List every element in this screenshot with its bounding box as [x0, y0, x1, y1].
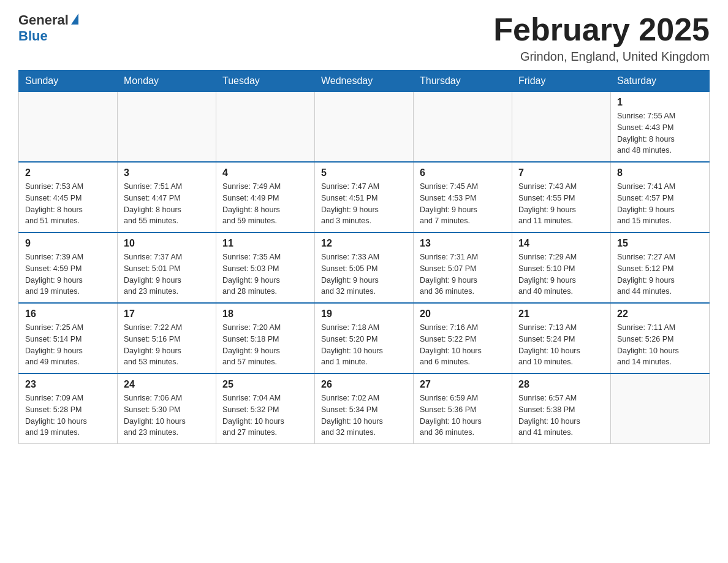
day-info: Sunrise: 7:11 AM Sunset: 5:26 PM Dayligh…	[617, 322, 703, 368]
day-number: 7	[518, 167, 604, 178]
logo-general-text: General	[18, 12, 69, 28]
calendar-week-row: 9Sunrise: 7:39 AM Sunset: 4:59 PM Daylig…	[19, 232, 710, 303]
table-row: 23Sunrise: 7:09 AM Sunset: 5:28 PM Dayli…	[19, 373, 118, 444]
table-row: 6Sunrise: 7:45 AM Sunset: 4:53 PM Daylig…	[414, 162, 512, 232]
calendar-table: Sunday Monday Tuesday Wednesday Thursday…	[18, 70, 710, 444]
header-monday: Monday	[118, 71, 216, 92]
table-row	[315, 92, 414, 163]
day-info: Sunrise: 7:18 AM Sunset: 5:20 PM Dayligh…	[321, 322, 407, 368]
day-info: Sunrise: 7:53 AM Sunset: 4:45 PM Dayligh…	[25, 181, 111, 227]
table-row: 9Sunrise: 7:39 AM Sunset: 4:59 PM Daylig…	[19, 232, 118, 303]
day-number: 11	[222, 238, 308, 249]
header-sunday: Sunday	[19, 71, 118, 92]
table-row: 24Sunrise: 7:06 AM Sunset: 5:30 PM Dayli…	[118, 373, 216, 444]
table-row: 13Sunrise: 7:31 AM Sunset: 5:07 PM Dayli…	[414, 232, 512, 303]
day-info: Sunrise: 7:47 AM Sunset: 4:51 PM Dayligh…	[321, 181, 407, 227]
table-row	[611, 373, 710, 444]
day-number: 19	[321, 308, 407, 320]
day-info: Sunrise: 7:55 AM Sunset: 4:43 PM Dayligh…	[617, 110, 703, 156]
table-row: 1Sunrise: 7:55 AM Sunset: 4:43 PM Daylig…	[611, 92, 710, 163]
location: Grindon, England, United Kingdom	[493, 50, 710, 64]
calendar-week-row: 23Sunrise: 7:09 AM Sunset: 5:28 PM Dayli…	[19, 373, 710, 444]
table-row: 28Sunrise: 6:57 AM Sunset: 5:38 PM Dayli…	[512, 373, 611, 444]
day-info: Sunrise: 7:35 AM Sunset: 5:03 PM Dayligh…	[222, 251, 308, 297]
table-row	[118, 92, 216, 163]
calendar-week-row: 2Sunrise: 7:53 AM Sunset: 4:45 PM Daylig…	[19, 162, 710, 232]
title-block: February 2025 Grindon, England, United K…	[493, 12, 710, 64]
day-number: 5	[321, 167, 407, 178]
day-info: Sunrise: 7:13 AM Sunset: 5:24 PM Dayligh…	[518, 322, 604, 368]
day-info: Sunrise: 7:02 AM Sunset: 5:34 PM Dayligh…	[321, 393, 407, 439]
day-info: Sunrise: 7:09 AM Sunset: 5:28 PM Dayligh…	[25, 393, 111, 439]
day-info: Sunrise: 7:45 AM Sunset: 4:53 PM Dayligh…	[420, 181, 506, 227]
table-row: 26Sunrise: 7:02 AM Sunset: 5:34 PM Dayli…	[315, 373, 414, 444]
day-number: 4	[222, 167, 308, 178]
day-info: Sunrise: 7:04 AM Sunset: 5:32 PM Dayligh…	[222, 393, 308, 439]
table-row: 16Sunrise: 7:25 AM Sunset: 5:14 PM Dayli…	[19, 303, 118, 373]
day-number: 22	[617, 308, 703, 320]
day-info: Sunrise: 7:33 AM Sunset: 5:05 PM Dayligh…	[321, 251, 407, 297]
table-row: 15Sunrise: 7:27 AM Sunset: 5:12 PM Dayli…	[611, 232, 710, 303]
table-row: 22Sunrise: 7:11 AM Sunset: 5:26 PM Dayli…	[611, 303, 710, 373]
day-info: Sunrise: 7:51 AM Sunset: 4:47 PM Dayligh…	[124, 181, 210, 227]
day-number: 9	[25, 238, 111, 249]
day-number: 6	[420, 167, 506, 178]
day-number: 14	[518, 238, 604, 249]
day-number: 12	[321, 238, 407, 249]
day-info: Sunrise: 7:25 AM Sunset: 5:14 PM Dayligh…	[25, 322, 111, 368]
header-thursday: Thursday	[414, 71, 512, 92]
calendar-week-row: 1Sunrise: 7:55 AM Sunset: 4:43 PM Daylig…	[19, 92, 710, 163]
calendar-week-row: 16Sunrise: 7:25 AM Sunset: 5:14 PM Dayli…	[19, 303, 710, 373]
day-info: Sunrise: 7:29 AM Sunset: 5:10 PM Dayligh…	[518, 251, 604, 297]
day-number: 26	[321, 379, 407, 390]
header-tuesday: Tuesday	[216, 71, 315, 92]
day-number: 24	[124, 379, 210, 390]
table-row	[216, 92, 315, 163]
day-number: 15	[617, 238, 703, 249]
table-row: 20Sunrise: 7:16 AM Sunset: 5:22 PM Dayli…	[414, 303, 512, 373]
table-row: 17Sunrise: 7:22 AM Sunset: 5:16 PM Dayli…	[118, 303, 216, 373]
table-row: 25Sunrise: 7:04 AM Sunset: 5:32 PM Dayli…	[216, 373, 315, 444]
day-info: Sunrise: 7:39 AM Sunset: 4:59 PM Dayligh…	[25, 251, 111, 297]
day-info: Sunrise: 7:31 AM Sunset: 5:07 PM Dayligh…	[420, 251, 506, 297]
header-wednesday: Wednesday	[315, 71, 414, 92]
calendar-header-row: Sunday Monday Tuesday Wednesday Thursday…	[19, 71, 710, 92]
day-info: Sunrise: 7:27 AM Sunset: 5:12 PM Dayligh…	[617, 251, 703, 297]
table-row: 18Sunrise: 7:20 AM Sunset: 5:18 PM Dayli…	[216, 303, 315, 373]
day-number: 3	[124, 167, 210, 178]
table-row: 5Sunrise: 7:47 AM Sunset: 4:51 PM Daylig…	[315, 162, 414, 232]
page-header: General Blue February 2025 Grindon, Engl…	[18, 12, 710, 64]
day-number: 25	[222, 379, 308, 390]
table-row: 2Sunrise: 7:53 AM Sunset: 4:45 PM Daylig…	[19, 162, 118, 232]
day-number: 16	[25, 308, 111, 320]
table-row: 7Sunrise: 7:43 AM Sunset: 4:55 PM Daylig…	[512, 162, 611, 232]
table-row: 21Sunrise: 7:13 AM Sunset: 5:24 PM Dayli…	[512, 303, 611, 373]
day-number: 21	[518, 308, 604, 320]
day-info: Sunrise: 7:20 AM Sunset: 5:18 PM Dayligh…	[222, 322, 308, 368]
table-row	[19, 92, 118, 163]
header-friday: Friday	[512, 71, 611, 92]
day-info: Sunrise: 7:49 AM Sunset: 4:49 PM Dayligh…	[222, 181, 308, 227]
logo: General Blue	[18, 12, 78, 44]
day-info: Sunrise: 7:06 AM Sunset: 5:30 PM Dayligh…	[124, 393, 210, 439]
month-title: February 2025	[493, 12, 710, 47]
table-row: 10Sunrise: 7:37 AM Sunset: 5:01 PM Dayli…	[118, 232, 216, 303]
day-info: Sunrise: 7:43 AM Sunset: 4:55 PM Dayligh…	[518, 181, 604, 227]
table-row: 12Sunrise: 7:33 AM Sunset: 5:05 PM Dayli…	[315, 232, 414, 303]
day-info: Sunrise: 7:16 AM Sunset: 5:22 PM Dayligh…	[420, 322, 506, 368]
table-row: 4Sunrise: 7:49 AM Sunset: 4:49 PM Daylig…	[216, 162, 315, 232]
table-row	[512, 92, 611, 163]
day-number: 27	[420, 379, 506, 390]
day-number: 10	[124, 238, 210, 249]
day-number: 8	[617, 167, 703, 178]
day-number: 17	[124, 308, 210, 320]
day-number: 1	[617, 97, 703, 108]
day-info: Sunrise: 6:57 AM Sunset: 5:38 PM Dayligh…	[518, 393, 604, 439]
day-info: Sunrise: 6:59 AM Sunset: 5:36 PM Dayligh…	[420, 393, 506, 439]
day-number: 13	[420, 238, 506, 249]
day-number: 18	[222, 308, 308, 320]
table-row: 8Sunrise: 7:41 AM Sunset: 4:57 PM Daylig…	[611, 162, 710, 232]
table-row: 11Sunrise: 7:35 AM Sunset: 5:03 PM Dayli…	[216, 232, 315, 303]
table-row: 3Sunrise: 7:51 AM Sunset: 4:47 PM Daylig…	[118, 162, 216, 232]
table-row: 19Sunrise: 7:18 AM Sunset: 5:20 PM Dayli…	[315, 303, 414, 373]
